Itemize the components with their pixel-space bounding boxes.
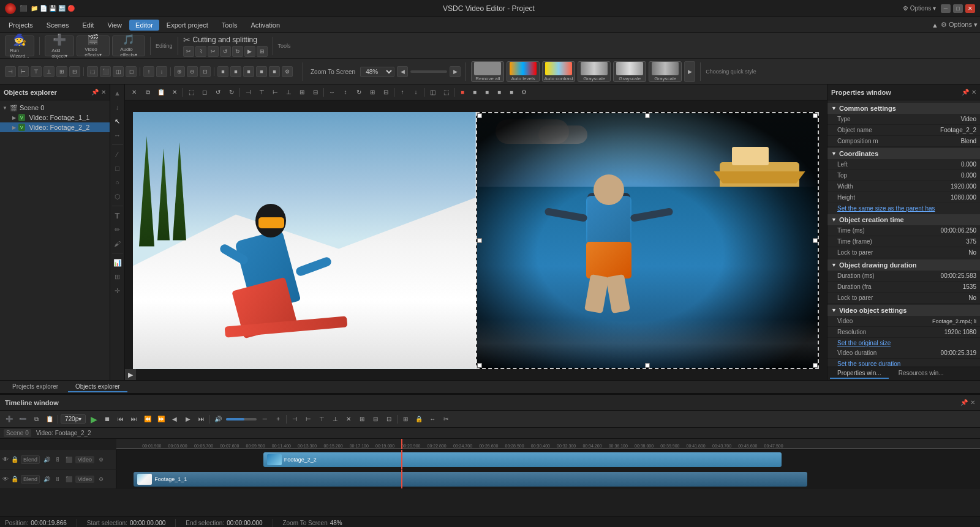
qs-grayscale3[interactable]: Grayscale xyxy=(649,61,682,82)
align-bottom-btn[interactable]: ⊥ xyxy=(43,66,55,77)
split-btn[interactable]: ⌇ xyxy=(195,46,206,57)
extra-btn3[interactable]: ■ xyxy=(243,66,254,77)
play-btn[interactable]: ▶ xyxy=(244,46,255,57)
handle-tm[interactable] xyxy=(645,113,650,118)
track-lock-icon[interactable]: 🔒 xyxy=(11,456,18,463)
track-vol-icon[interactable]: 🎚 xyxy=(53,455,62,464)
delete-icon[interactable]: ✕ xyxy=(169,87,180,98)
clip-footage2[interactable] xyxy=(476,112,819,369)
tab-properties-win[interactable]: Properties win... xyxy=(830,368,889,379)
nav-arrow-down-icon[interactable]: ↓ xyxy=(111,101,124,113)
tl-frame-back-btn[interactable]: ◀ xyxy=(169,414,180,425)
zoom-select[interactable]: 48% 25% 50% 75% 100% xyxy=(360,67,394,77)
tree-footage2[interactable]: ▶ v Video: Footage_2_2 xyxy=(0,122,110,132)
track-eye-icon[interactable]: 👁 xyxy=(2,456,9,463)
tl-play-btn[interactable]: ▶ xyxy=(88,414,99,425)
tree-footage1[interactable]: ▶ v Video: Footage_1_1 xyxy=(0,113,110,122)
nav-pen-icon[interactable]: ✏ xyxy=(111,223,124,236)
tl-back-btn[interactable]: ⏪ xyxy=(142,414,153,425)
tl-extra2-btn[interactable]: ⊟ xyxy=(370,414,381,425)
qs-auto-levels[interactable]: Auto levels xyxy=(507,61,540,82)
tl-vol-up-btn[interactable]: + xyxy=(273,414,284,425)
canvas-nav-arrow[interactable]: ▶ xyxy=(125,369,136,380)
redo-icon[interactable]: ↻ xyxy=(226,87,237,98)
view-icon1[interactable]: ◫ xyxy=(427,87,438,98)
nav-chart-icon[interactable]: 📊 xyxy=(111,256,124,269)
tab-projects-explorer[interactable]: Projects explorer xyxy=(5,382,66,392)
close-btn[interactable]: ✕ xyxy=(965,4,975,13)
status-icon2[interactable]: ■ xyxy=(469,87,480,98)
flip-h-icon[interactable]: ↔ xyxy=(326,87,337,98)
qs-auto-contrast[interactable]: Auto contrast xyxy=(542,61,575,82)
footage2-clip[interactable]: Footage_2_2 xyxy=(263,452,782,467)
pos-btn[interactable]: ⊞ xyxy=(257,46,268,57)
zoom-slider[interactable] xyxy=(410,70,447,73)
align-icon3[interactable]: ⊢ xyxy=(270,87,281,98)
track-mute-icon2[interactable]: 🔊 xyxy=(42,475,51,484)
handle-bm[interactable] xyxy=(645,363,650,368)
options-btn[interactable]: ⚙ Options ▾ xyxy=(941,21,978,29)
menu-scenes[interactable]: Scenes xyxy=(40,20,75,31)
align-center-h-btn[interactable]: ⊞ xyxy=(56,66,67,77)
order-down-icon[interactable]: ↓ xyxy=(410,87,421,98)
select-all-icon[interactable]: ⬚ xyxy=(186,87,197,98)
tl-end-btn[interactable]: ⏭ xyxy=(196,414,207,425)
cut-btn[interactable]: ✂ xyxy=(183,46,194,57)
nav-line-icon[interactable]: ⁄ xyxy=(111,148,124,160)
tl-prev-btn[interactable]: ⏮ xyxy=(115,414,126,425)
cut-icon[interactable]: ✕ xyxy=(129,87,140,98)
size-btn3[interactable]: ◫ xyxy=(113,66,124,77)
tl-copy-btn[interactable]: ⧉ xyxy=(31,414,42,425)
vis-btn3[interactable]: ⊡ xyxy=(200,66,211,77)
tl-goto-in-btn[interactable]: ⊤ xyxy=(316,414,327,425)
tl-stop-btn[interactable]: ⏹ xyxy=(102,414,113,425)
handle-ml[interactable] xyxy=(477,238,482,243)
tl-remove-btn[interactable]: ➖ xyxy=(17,414,28,425)
pin-icon[interactable]: 📌 xyxy=(91,89,99,95)
nav-cursor-icon[interactable]: ↔ xyxy=(111,129,124,141)
size-btn4[interactable]: ◻ xyxy=(126,66,137,77)
creation-header[interactable]: ▼ Object creation time xyxy=(827,214,980,225)
timeline-close-btn[interactable]: ✕ xyxy=(970,399,975,406)
track-vol-icon2[interactable]: 🎚 xyxy=(53,475,62,484)
menu-export[interactable]: Export project xyxy=(160,20,214,31)
track-mute-icon[interactable]: 🔊 xyxy=(42,455,51,464)
tl-ripple-btn[interactable]: ↔ xyxy=(427,414,438,425)
extra-btn6[interactable]: ⚙ xyxy=(282,66,293,77)
vis-btn2[interactable]: ⊖ xyxy=(187,66,198,77)
menu-editor[interactable]: Editor xyxy=(129,20,159,31)
track-footage2-body[interactable]: Footage_2_2 xyxy=(116,450,980,469)
run-wizard-btn[interactable]: 🧙 RunWizard... xyxy=(5,36,34,56)
handle-tr[interactable] xyxy=(813,113,818,118)
nav-ellipse-icon[interactable]: ○ xyxy=(111,176,124,189)
tl-vol-down-btn[interactable]: ─ xyxy=(259,414,270,425)
vis-btn1[interactable]: ⊕ xyxy=(174,66,185,77)
tl-paste-btn[interactable]: 📋 xyxy=(44,414,55,425)
extra-btn1[interactable]: ■ xyxy=(217,66,228,77)
tl-snap-btn[interactable]: ⊞ xyxy=(400,414,411,425)
original-size-link[interactable]: Set the original size xyxy=(827,338,980,348)
size-btn1[interactable]: ⬚ xyxy=(87,66,98,77)
options-label[interactable]: ⚙ Options ▾ xyxy=(903,5,936,12)
status-icon5[interactable]: ■ xyxy=(506,87,517,98)
menu-projects[interactable]: Projects xyxy=(2,20,39,31)
size-btn2[interactable]: ⬛ xyxy=(100,66,111,77)
nav-brush-icon[interactable]: 🖌 xyxy=(111,237,124,250)
extra-btn5[interactable]: ■ xyxy=(269,66,280,77)
nav-grid-icon[interactable]: ⊞ xyxy=(111,271,124,283)
track-expand-icon[interactable]: ⬛ xyxy=(64,455,73,464)
props-pin-icon[interactable]: 📌 xyxy=(962,89,969,95)
align-top-btn[interactable]: ⊤ xyxy=(31,66,42,77)
nav-down-btn[interactable]: ↓ xyxy=(156,66,167,77)
view-icon2[interactable]: ⬚ xyxy=(440,87,451,98)
align-icon2[interactable]: ⊤ xyxy=(256,87,267,98)
handle-mr[interactable] xyxy=(813,238,818,243)
clip-footage1[interactable] xyxy=(133,112,476,369)
align-right-btn[interactable]: ⊢ xyxy=(18,66,29,77)
qs-grayscale2[interactable]: Grayscale xyxy=(613,61,646,82)
tl-fwd-btn[interactable]: ⏩ xyxy=(156,414,167,425)
track-settings-icon2[interactable]: ⚙ xyxy=(97,475,105,484)
handle-bl[interactable] xyxy=(477,363,482,368)
redo-btn[interactable]: ↻ xyxy=(232,46,243,57)
align-icon5[interactable]: ⊞ xyxy=(296,87,307,98)
